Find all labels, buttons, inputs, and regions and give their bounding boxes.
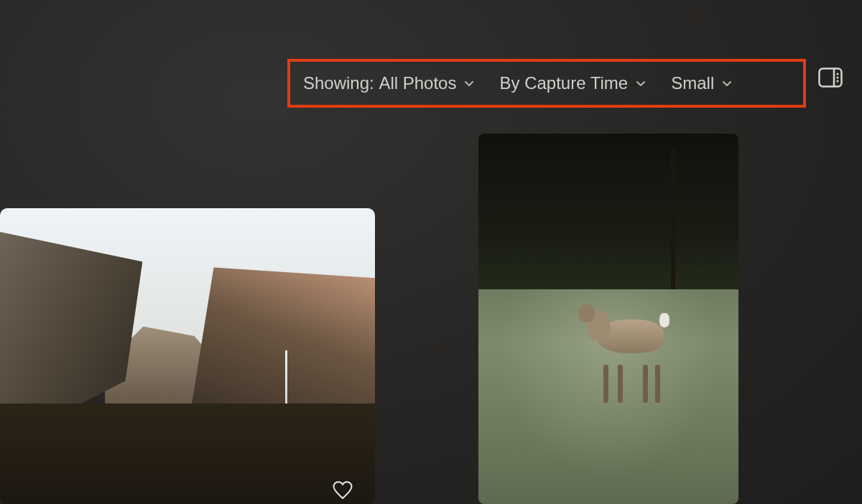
heart-icon bbox=[332, 490, 353, 503]
size-value: Small bbox=[671, 73, 714, 93]
panel-icon bbox=[818, 67, 843, 90]
photo-thumbnail[interactable] bbox=[478, 134, 738, 504]
toggle-panel-button[interactable] bbox=[817, 67, 843, 90]
filter-value: All Photos bbox=[379, 73, 456, 93]
svg-point-2 bbox=[836, 73, 838, 75]
chevron-down-icon bbox=[635, 78, 646, 89]
view-options-toolbar: Showing: All Photos By Capture Time Smal… bbox=[287, 59, 806, 108]
sort-value: By Capture Time bbox=[499, 73, 628, 93]
chevron-down-icon bbox=[463, 78, 475, 89]
photo-thumbnail[interactable] bbox=[0, 208, 375, 504]
svg-point-4 bbox=[836, 80, 838, 82]
sort-dropdown[interactable]: By Capture Time bbox=[499, 73, 646, 93]
filter-dropdown[interactable]: Showing: All Photos bbox=[303, 73, 475, 93]
chevron-down-icon bbox=[721, 78, 733, 89]
size-dropdown[interactable]: Small bbox=[671, 73, 733, 93]
svg-point-3 bbox=[836, 76, 838, 78]
favorite-button[interactable] bbox=[332, 480, 353, 500]
filter-prefix: Showing: bbox=[303, 73, 374, 93]
